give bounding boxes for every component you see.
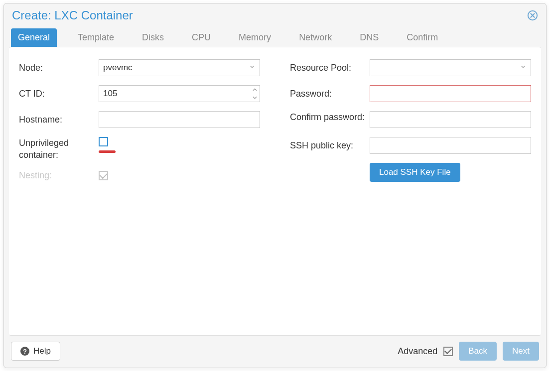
tab-label: General xyxy=(18,32,50,42)
right-column: Resource Pool: Password: Confir xyxy=(290,59,531,323)
password-input[interactable] xyxy=(370,85,531,102)
row-ctid: CT ID: xyxy=(19,85,260,102)
label-ctid: CT ID: xyxy=(19,89,99,99)
label-password: Password: xyxy=(290,89,370,99)
highlight-underline xyxy=(99,150,116,153)
sshkey-input[interactable] xyxy=(370,137,531,154)
tab-cpu[interactable]: CPU xyxy=(185,28,218,47)
ctid-spinner xyxy=(250,85,260,102)
row-confirm-password: Confirm password: xyxy=(290,111,531,128)
unprivileged-checkbox[interactable] xyxy=(99,137,108,146)
dialog-title: Create: LXC Container xyxy=(12,8,133,22)
close-icon[interactable] xyxy=(527,10,538,21)
tab-network[interactable]: Network xyxy=(292,28,339,47)
node-value: pvevmc xyxy=(103,63,133,73)
next-button[interactable]: Next xyxy=(503,342,539,361)
footer-right: Advanced Back Next xyxy=(398,342,539,361)
tab-general[interactable]: General xyxy=(11,28,57,47)
left-column: Node: pvevmc CT ID: xyxy=(19,59,260,323)
tab-template[interactable]: Template xyxy=(71,28,121,47)
tab-label: Network xyxy=(299,32,332,42)
wizard-body: Node: pvevmc CT ID: xyxy=(9,47,541,336)
label-nesting: Nesting: xyxy=(19,170,99,181)
tab-label: CPU xyxy=(192,32,211,42)
help-button[interactable]: ? Help xyxy=(11,342,60,361)
tab-label: DNS xyxy=(360,32,379,42)
button-label: Help xyxy=(33,346,51,356)
chevron-down-icon xyxy=(249,63,256,73)
wizard-tabs: General Template Disks CPU Memory Networ… xyxy=(4,25,546,47)
titlebar: Create: LXC Container xyxy=(4,3,546,25)
row-nesting: Nesting: xyxy=(19,170,260,181)
label-confirm-password: Confirm password: xyxy=(290,111,370,123)
spinner-up-icon[interactable] xyxy=(250,86,260,94)
button-label: Next xyxy=(512,346,530,356)
ctid-input[interactable] xyxy=(99,85,250,102)
tab-confirm[interactable]: Confirm xyxy=(400,28,445,47)
tab-label: Memory xyxy=(239,32,271,42)
row-hostname: Hostname: xyxy=(19,111,260,128)
chevron-down-icon xyxy=(520,63,527,73)
row-unprivileged: Unprivileged container: xyxy=(19,137,260,161)
hostname-input[interactable] xyxy=(99,111,260,128)
label-node: Node: xyxy=(19,63,99,73)
label-sshkey: SSH public key: xyxy=(290,140,370,151)
confirm-password-input[interactable] xyxy=(370,111,531,128)
label-pool: Resource Pool: xyxy=(290,63,370,73)
back-button[interactable]: Back xyxy=(459,342,497,361)
tab-label: Disks xyxy=(142,32,164,42)
label-unprivileged: Unprivileged container: xyxy=(19,137,99,161)
spinner-down-icon[interactable] xyxy=(250,94,260,102)
row-loadssh: Load SSH Key File xyxy=(290,163,531,182)
wizard-footer: ? Help Advanced Back Next xyxy=(4,336,546,368)
button-label: Back xyxy=(468,346,487,356)
row-sshkey: SSH public key: xyxy=(290,137,531,154)
tab-label: Template xyxy=(78,32,114,42)
label-hostname: Hostname: xyxy=(19,115,99,125)
tab-dns[interactable]: DNS xyxy=(353,28,386,47)
pool-select[interactable] xyxy=(370,59,531,76)
advanced-checkbox[interactable] xyxy=(443,347,453,356)
tab-memory[interactable]: Memory xyxy=(232,28,278,47)
create-lxc-dialog: Create: LXC Container General Template D… xyxy=(3,3,547,368)
row-password: Password: xyxy=(290,85,531,102)
node-select[interactable]: pvevmc xyxy=(99,59,260,76)
load-ssh-button[interactable]: Load SSH Key File xyxy=(370,163,460,182)
button-label: Load SSH Key File xyxy=(379,167,451,177)
nesting-checkbox xyxy=(99,171,108,180)
tab-disks[interactable]: Disks xyxy=(135,28,171,47)
row-node: Node: pvevmc xyxy=(19,59,260,76)
tab-label: Confirm xyxy=(407,32,438,42)
row-pool: Resource Pool: xyxy=(290,59,531,76)
advanced-label: Advanced xyxy=(398,346,437,357)
help-icon: ? xyxy=(20,347,29,356)
